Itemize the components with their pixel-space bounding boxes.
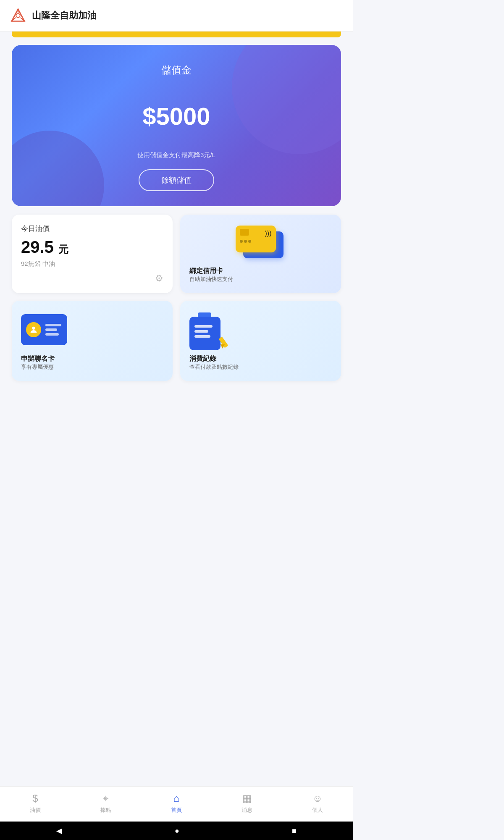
clipboard-icon (189, 312, 227, 350)
card-dot (240, 240, 243, 243)
location-icon: ⌖ (103, 793, 109, 804)
person-nav-icon: ☺ (312, 793, 323, 804)
home-icon: ⌂ (173, 793, 180, 804)
credit-card-bind[interactable]: ))) 綁定信用卡 自助加油快速支付 (180, 215, 341, 293)
oil-price-label: 今日油價 (21, 224, 163, 234)
oil-price-card: 今日油價 29.5 元 92無鉛 中油 ⚙ (12, 215, 173, 293)
records-title: 消費紀錄 (189, 354, 332, 363)
card-icon-stack: ))) (236, 226, 286, 263)
pen-tip-icon (220, 344, 225, 349)
member-card[interactable]: 申辦聯名卡 享有專屬優惠 (12, 301, 173, 381)
card-wifi-icon: ))) (265, 230, 272, 237)
nav-label-profile: 個人 (312, 806, 323, 814)
id-line (45, 333, 59, 336)
oil-price-unit: 元 (58, 244, 68, 255)
clip-line (194, 330, 208, 333)
credit-card-title: 綁定信用卡 (189, 267, 223, 276)
nav-label-messages: 消息 (242, 806, 252, 814)
member-icon-wrap (21, 310, 163, 350)
id-lines (45, 324, 61, 336)
nav-label-oil-price: 油價 (30, 806, 41, 814)
yellow-stripe (12, 32, 341, 37)
balance-topup-button[interactable]: 餘額儲值 (139, 169, 214, 191)
app-title: 山隆全自助加油 (32, 9, 97, 22)
nav-item-home[interactable]: ⌂ 首頁 (141, 793, 212, 814)
clip-line (194, 335, 210, 338)
records-sub: 查看付款及點數紀錄 (189, 363, 332, 371)
credit-card-icon-wrap: ))) (189, 221, 332, 263)
balance-label: 儲值金 (161, 63, 192, 77)
oil-price-value: 29.5 元 (21, 238, 163, 257)
card-dot (248, 240, 251, 243)
id-line (45, 328, 57, 331)
message-icon: ▦ (242, 793, 252, 804)
oil-price-sub: 92無鉛 中油 (21, 260, 163, 268)
person-icon (29, 325, 38, 334)
card-dot (244, 240, 247, 243)
id-line (45, 324, 61, 326)
home-button[interactable]: ● (175, 827, 179, 835)
balance-amount: $5000 (142, 102, 210, 130)
app-logo (10, 8, 26, 24)
svg-point-1 (16, 13, 20, 18)
main-content: 儲值金 $5000 使用儲值金支付最高降3元/L 餘額儲值 今日油價 29.5 … (0, 37, 353, 840)
clip-line (194, 325, 213, 328)
bottom-nav: $ 油價 ⌖ 據點 ⌂ 首頁 ▦ 消息 ☺ 個人 (0, 786, 353, 822)
pen-icon (215, 335, 229, 349)
card-dots (240, 240, 272, 243)
member-card-sub: 享有專屬優惠 (21, 363, 163, 371)
nav-item-messages[interactable]: ▦ 消息 (212, 793, 282, 814)
dollar-icon: $ (32, 793, 38, 804)
nav-item-oil-price[interactable]: $ 油價 (0, 793, 71, 814)
balance-hint: 使用儲值金支付最高降3元/L (137, 151, 215, 159)
recents-button[interactable]: ■ (292, 827, 297, 835)
card-front: ))) (236, 226, 276, 252)
credit-card-sub: 自助加油快速支付 (189, 276, 233, 283)
svg-point-5 (32, 327, 35, 330)
nav-label-home: 首頁 (171, 806, 182, 814)
gear-icon[interactable]: ⚙ (155, 273, 163, 284)
nav-label-locations: 據點 (100, 806, 111, 814)
id-avatar-icon (26, 322, 41, 337)
nav-item-locations[interactable]: ⌖ 據點 (71, 793, 141, 814)
card-chip-icon (240, 229, 249, 236)
records-icon-wrap (189, 310, 332, 350)
android-nav-bar: ◀ ● ■ (0, 822, 353, 840)
records-card[interactable]: 消費紀錄 查看付款及點數紀錄 (180, 301, 341, 381)
member-card-title: 申辦聯名卡 (21, 354, 163, 363)
nav-item-profile[interactable]: ☺ 個人 (282, 793, 353, 814)
header: 山隆全自助加油 (0, 0, 353, 32)
back-button[interactable]: ◀ (56, 826, 62, 835)
id-card-icon (21, 314, 67, 345)
balance-card: 儲值金 $5000 使用儲值金支付最高降3元/L 餘額儲值 (12, 45, 341, 206)
grid-section: 今日油價 29.5 元 92無鉛 中油 ⚙ (12, 215, 341, 381)
